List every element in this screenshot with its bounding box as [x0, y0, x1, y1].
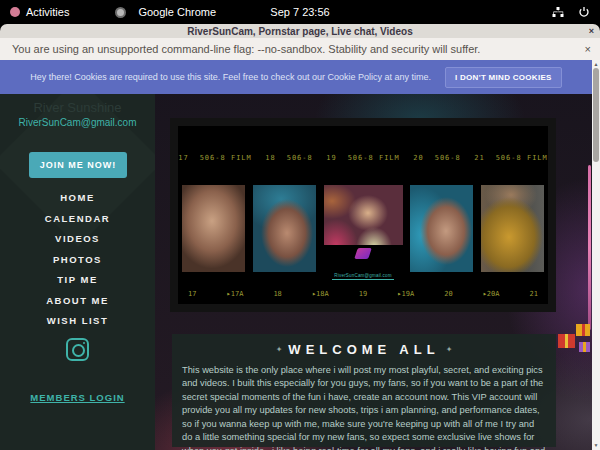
frame-number: 21 [530, 290, 538, 298]
cookie-text: Hey there! Cookies are required to use t… [30, 72, 431, 82]
ornament-right: ✦ [440, 345, 459, 354]
filmstrip-bottom-labels: 17 ▸17A 18 ▸18A 19 ▸19A 20 ▸20A 21 [188, 290, 538, 298]
power-icon[interactable] [578, 6, 590, 18]
filmstrip-inner: 17506-8 FILM 18506-8 19506-8 FILM 20506-… [178, 126, 548, 304]
sidebar-item-tip-me[interactable]: TIP ME [0, 270, 155, 291]
welcome-title-text: WELCOME ALL [288, 342, 439, 357]
warning-close-icon[interactable]: × [585, 43, 591, 55]
gift-red [558, 334, 575, 348]
frame-number: ▸20A [483, 290, 500, 298]
frame-number: ▸19A [397, 290, 414, 298]
sidebar-item-wish-list[interactable]: WISH LIST [0, 311, 155, 332]
frame-number: ▸17A [226, 290, 243, 298]
window-title: RiverSunCam, Pornstar page, Live chat, V… [187, 26, 412, 37]
frame-number: 17 [188, 290, 196, 298]
photo-thumbnail-4[interactable] [410, 185, 473, 272]
filmstrip-top-labels: 17506-8 FILM 18506-8 19506-8 FILM 20506-… [178, 154, 548, 162]
welcome-title: ✦WELCOME ALL✦ [182, 342, 546, 357]
model-email[interactable]: RiverSunCam@gmail.com [0, 117, 155, 128]
window-close-icon[interactable]: × [589, 26, 594, 36]
members-login-link[interactable]: MEMBERS LOGIN [0, 392, 155, 403]
sidebar-item-home[interactable]: HOME [0, 188, 155, 209]
scrollbar-thumb[interactable] [593, 68, 599, 162]
frame-number: 18 [273, 290, 281, 298]
clock[interactable]: Sep 7 23:56 [0, 6, 600, 18]
gift-purple [579, 342, 590, 352]
welcome-panel: ✦WELCOME ALL✦ This website is the only p… [172, 334, 556, 447]
scrollbar[interactable]: ▲ ▼ [592, 60, 600, 450]
model-name: River Sunshine [0, 100, 155, 115]
frame-number: 20 [413, 154, 423, 162]
join-me-now-button[interactable]: JOIN ME NOW! [29, 152, 127, 178]
sidebar: River Sunshine RiverSunCam@gmail.com JOI… [0, 94, 155, 450]
background-pink-highlight [588, 165, 591, 330]
scroll-up-icon[interactable]: ▲ [592, 61, 600, 67]
sidebar-item-videos[interactable]: VIDEOS [0, 229, 155, 250]
frame-number: 19 [326, 154, 336, 162]
photo-thumbnail-3-image [324, 185, 403, 245]
cookie-accept-button[interactable]: I DON'T MIND COOKIES [445, 67, 562, 88]
sidebar-menu: HOME CALENDAR VIDEOS PHOTOS TIP ME ABOUT… [0, 188, 155, 332]
frame-number: 21 [474, 154, 484, 162]
photo-thumbnail-1[interactable] [182, 185, 245, 272]
warning-text: You are using an unsupported command-lin… [12, 43, 480, 55]
instagram-icon[interactable] [66, 338, 89, 361]
window-titlebar[interactable]: RiverSunCam, Pornstar page, Live chat, V… [0, 24, 600, 38]
photo-thumbnail-2[interactable] [253, 185, 316, 272]
frame-number: 20 [444, 290, 452, 298]
sidebar-item-calendar[interactable]: CALENDAR [0, 209, 155, 230]
gift-boxes-image [556, 322, 596, 364]
site-logo-icon [354, 248, 372, 259]
warning-bar: You are using an unsupported command-lin… [0, 38, 600, 60]
film-edge-text: 506-8 FILM [200, 154, 252, 162]
film-edge-text: 506-8 FILM [348, 154, 400, 162]
frame-number: 17 [178, 154, 188, 162]
sidebar-item-photos[interactable]: PHOTOS [0, 250, 155, 271]
photo-thumbnails-row: RiverSunCam@gmail.com [178, 185, 548, 272]
frame-number: 19 [359, 290, 367, 298]
scroll-down-icon[interactable]: ▼ [592, 442, 600, 448]
film-edge-text: 506-8 [435, 154, 461, 162]
thumbnail-logo: RiverSunCam@gmail.com [324, 245, 403, 272]
film-edge-text: 506-8 FILM [496, 154, 548, 162]
photo-thumbnail-5[interactable] [481, 185, 544, 272]
frame-number: 18 [265, 154, 275, 162]
ornament-left: ✦ [270, 345, 289, 354]
cookie-banner: Hey there! Cookies are required to use t… [0, 60, 592, 94]
system-bar: Activities Google Chrome Sep 7 23:56 [0, 0, 600, 24]
frame-number: ▸18A [312, 290, 329, 298]
sidebar-item-about-me[interactable]: ABOUT ME [0, 291, 155, 312]
site-logo-text: RiverSunCam@gmail.com [332, 273, 393, 280]
photo-thumbnail-3[interactable]: RiverSunCam@gmail.com [324, 185, 403, 272]
welcome-body-text: This website is the only place where i w… [182, 364, 546, 450]
gift-yellow [576, 324, 590, 336]
film-edge-text: 506-8 [287, 154, 313, 162]
network-icon[interactable] [552, 6, 564, 18]
filmstrip: 17506-8 FILM 18506-8 19506-8 FILM 20506-… [170, 118, 556, 312]
